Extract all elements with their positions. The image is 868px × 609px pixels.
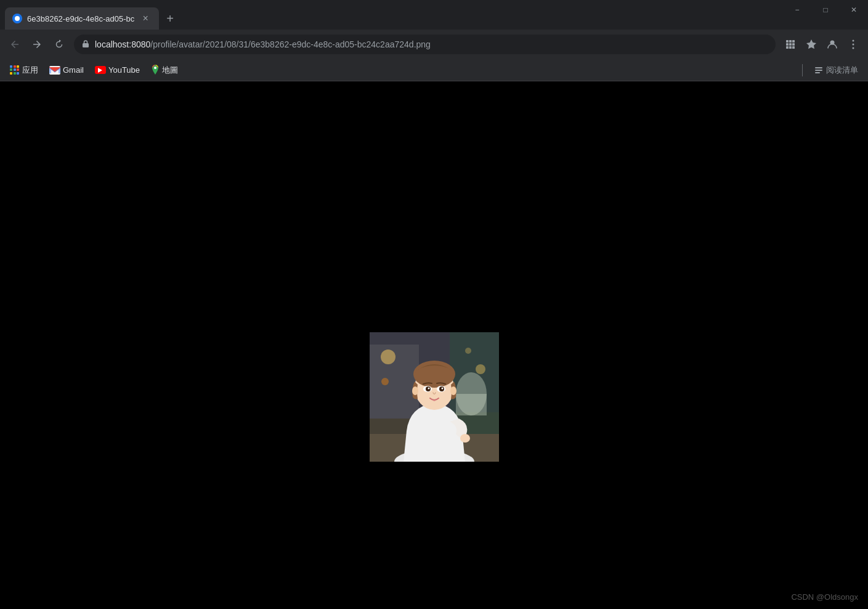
maximize-button[interactable]: □ <box>811 0 840 20</box>
separator <box>802 64 803 76</box>
svg-point-29 <box>381 378 389 385</box>
close-button[interactable]: ✕ <box>840 0 868 20</box>
tab-close-button[interactable]: × <box>139 12 152 25</box>
forward-button[interactable] <box>27 35 47 54</box>
svg-rect-9 <box>792 46 795 49</box>
tab-title: 6e3b8262-e9dc-4e8c-ad05-bc <box>27 14 134 23</box>
main-content: CSDN @Oldsongx <box>0 81 868 609</box>
watermark: CSDN @Oldsongx <box>791 592 858 602</box>
new-tab-button[interactable]: + <box>161 10 179 27</box>
minimize-button[interactable]: − <box>783 0 811 20</box>
svg-point-32 <box>460 434 470 443</box>
svg-point-27 <box>476 364 485 374</box>
avatar-image <box>370 332 499 462</box>
menu-button[interactable] <box>843 35 863 54</box>
svg-rect-5 <box>789 43 792 46</box>
svg-rect-18 <box>815 72 820 73</box>
svg-rect-1 <box>786 40 789 43</box>
svg-point-37 <box>450 386 456 395</box>
reading-list-button[interactable]: 阅读清单 <box>809 62 863 78</box>
maps-label: 地圖 <box>162 65 178 76</box>
address-bar[interactable]: localhost:8080/profile/avatar/2021/08/31… <box>74 35 776 54</box>
svg-rect-7 <box>786 46 789 49</box>
tab-bar: 6e3b8262-e9dc-4e8c-ad05-bc × + − □ ✕ <box>0 0 868 30</box>
nav-right-controls <box>781 35 863 54</box>
youtube-icon <box>95 66 106 74</box>
address-text: localhost:8080/profile/avatar/2021/08/31… <box>95 39 768 49</box>
youtube-label: YouTube <box>108 65 140 75</box>
avatar-svg <box>370 332 499 462</box>
bookmarks-manager-button[interactable] <box>781 35 800 54</box>
back-button[interactable] <box>5 35 25 54</box>
bookmark-apps[interactable]: 应用 <box>5 62 43 78</box>
bookmark-maps[interactable]: 地圖 <box>146 62 183 78</box>
svg-point-36 <box>412 386 418 395</box>
bookmark-youtube[interactable]: YouTube <box>90 63 145 77</box>
address-path: /profile/avatar/2021/08/31/6e3b8262-e9dc… <box>150 39 431 49</box>
apps-label: 应用 <box>22 65 38 76</box>
svg-rect-0 <box>83 43 89 47</box>
svg-rect-4 <box>786 43 789 46</box>
svg-rect-2 <box>789 40 792 43</box>
svg-rect-3 <box>792 40 795 43</box>
tab-favicon <box>12 14 22 23</box>
bookmark-gmail[interactable]: Gmail <box>44 63 89 77</box>
bookmarks-bar: 应用 Gmail YouTube 地圖 <box>0 59 868 81</box>
svg-rect-6 <box>792 43 795 46</box>
svg-rect-8 <box>789 46 792 49</box>
reading-list-label: 阅读清单 <box>826 65 858 76</box>
reading-list-icon <box>814 65 824 75</box>
svg-point-12 <box>853 44 854 46</box>
svg-rect-25 <box>456 394 487 415</box>
nav-bar: localhost:8080/profile/avatar/2021/08/31… <box>0 30 868 59</box>
maps-icon <box>151 65 160 76</box>
address-host: localhost:8080 <box>95 39 150 49</box>
profile-button[interactable] <box>822 35 842 54</box>
svg-rect-16 <box>815 67 822 68</box>
apps-icon <box>10 65 20 75</box>
active-tab[interactable]: 6e3b8262-e9dc-4e8c-ad05-bc × <box>5 7 159 30</box>
refresh-button[interactable] <box>49 35 69 54</box>
svg-point-42 <box>428 388 429 390</box>
window-controls: − □ ✕ <box>783 0 868 20</box>
gmail-icon <box>49 66 60 75</box>
svg-rect-17 <box>815 70 822 71</box>
svg-point-11 <box>853 40 854 42</box>
svg-point-13 <box>853 47 854 49</box>
svg-point-15 <box>154 67 156 69</box>
svg-point-28 <box>465 348 471 354</box>
svg-point-26 <box>381 349 395 364</box>
gmail-label: Gmail <box>63 65 84 75</box>
lock-icon <box>81 39 90 50</box>
svg-point-43 <box>441 388 443 390</box>
bookmark-star-button[interactable] <box>801 35 821 54</box>
